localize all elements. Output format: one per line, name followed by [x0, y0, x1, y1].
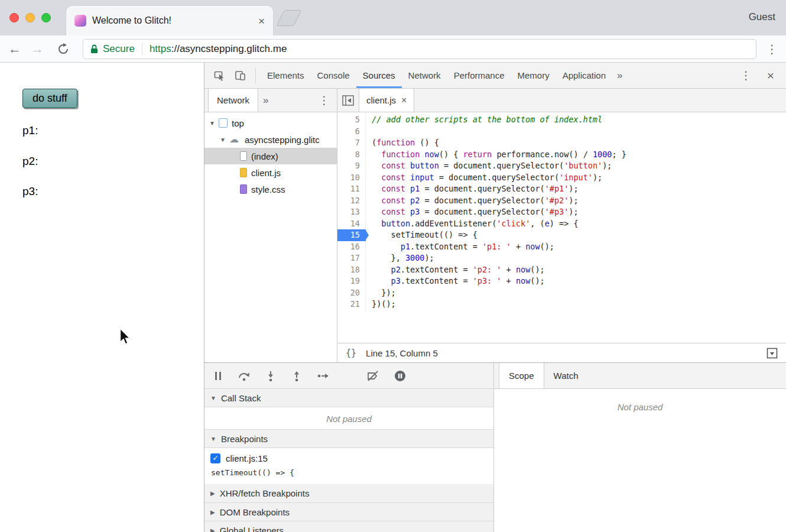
line-number[interactable]: 10	[337, 172, 366, 184]
browser-tab[interactable]: Welcome to Glitch! ×	[66, 6, 273, 35]
devtools-tab-application[interactable]: Application	[556, 63, 612, 88]
disclosure-triangle-icon[interactable]: ▼	[209, 120, 219, 126]
line-number[interactable]: 21	[337, 299, 366, 310]
do-stuff-button[interactable]: do stuff	[22, 89, 77, 108]
code-text[interactable]: });	[366, 287, 396, 299]
tab-network[interactable]: Network	[208, 89, 258, 112]
section-global-listeners[interactable]: ▶Global Listeners	[204, 521, 493, 532]
browser-menu-icon[interactable]: ⋮	[766, 42, 778, 56]
navigator-menu-icon[interactable]: ⋮	[319, 93, 337, 107]
zoom-window-button[interactable]	[41, 13, 51, 22]
editor-pane: client.js × 5// add other scripts at the…	[337, 89, 786, 362]
code-text[interactable]: const p3 = document.querySelector('#p3')…	[366, 206, 579, 218]
section-title: XHR/fetch Breakpoints	[220, 488, 310, 498]
line-number[interactable]: 13	[337, 206, 366, 218]
tab-close-icon[interactable]: ×	[258, 15, 265, 27]
line-number[interactable]: 9	[337, 160, 366, 172]
step-icon[interactable]	[317, 370, 330, 382]
code-text[interactable]: function now() { return performance.now(…	[366, 149, 626, 161]
code-editor[interactable]: 5// add other scripts at the bottom of i…	[337, 112, 786, 343]
code-line-11: 11 const p1 = document.querySelector('#p…	[337, 183, 786, 195]
security-label: Secure	[103, 43, 135, 55]
disclosure-triangle-icon[interactable]: ▼	[220, 137, 229, 143]
paragraph-p3: p3:	[22, 185, 38, 198]
breakpoint-entry[interactable]: ✓ client.js:15	[204, 448, 493, 468]
code-text[interactable]: p3.textContent = 'p3: ' + now();	[366, 275, 545, 287]
devtools-tab-network[interactable]: Network	[402, 63, 447, 88]
back-icon[interactable]: ←	[8, 43, 21, 56]
line-number[interactable]: 5	[337, 114, 366, 126]
code-text[interactable]: (function () {	[366, 137, 439, 149]
code-text[interactable]: const p1 = document.querySelector('#p1')…	[366, 183, 579, 195]
devtools-menu-icon[interactable]: ⋮	[740, 69, 752, 82]
breakpoint-marker[interactable]: 15	[337, 229, 366, 241]
code-text[interactable]: button.addEventListener('click', (e) => …	[366, 218, 579, 230]
line-number[interactable]: 7	[337, 137, 366, 149]
section-call-stack[interactable]: ▼ Call Stack	[204, 388, 493, 407]
tree-item-top[interactable]: ▼top	[204, 115, 337, 131]
mouse-cursor	[119, 328, 131, 348]
line-number[interactable]: 17	[337, 252, 366, 264]
line-number[interactable]: 6	[337, 126, 366, 138]
tree-item-style-css[interactable]: style.css	[204, 181, 337, 197]
code-text[interactable]: setTimeout(() => {	[366, 229, 478, 241]
hide-navigator-icon[interactable]	[337, 95, 359, 106]
tree-item-label: style.css	[251, 184, 285, 194]
inspect-element-icon[interactable]	[209, 69, 230, 82]
new-tab-button[interactable]	[276, 10, 301, 26]
expand-icon[interactable]	[766, 348, 778, 359]
code-line-8: 8 function now() { return performance.no…	[337, 149, 786, 161]
section-dom-breakpoints[interactable]: ▶DOM Breakpoints	[204, 502, 493, 521]
line-number[interactable]: 20	[337, 287, 366, 299]
line-number[interactable]: 11	[337, 183, 366, 195]
devtools-close-icon[interactable]: ×	[767, 69, 774, 82]
devtools-tab-sources[interactable]: Sources	[356, 63, 402, 88]
line-number[interactable]: 19	[337, 275, 366, 287]
step-into-icon[interactable]	[265, 370, 277, 382]
code-text[interactable]: // add other scripts at the bottom of in…	[366, 114, 602, 126]
line-number[interactable]: 8	[337, 149, 366, 161]
code-text[interactable]: })();	[366, 299, 396, 310]
close-window-button[interactable]	[9, 13, 19, 22]
editor-tab-close-icon[interactable]: ×	[401, 96, 407, 105]
minimize-window-button[interactable]	[25, 13, 35, 22]
breakpoint-code-preview[interactable]: setTimeout(() => {	[204, 468, 493, 484]
checkbox-checked-icon[interactable]: ✓	[210, 453, 220, 463]
code-text[interactable]: const p2 = document.querySelector('#p2')…	[366, 195, 579, 207]
device-toolbar-icon[interactable]	[230, 69, 251, 82]
pause-icon[interactable]	[213, 370, 223, 382]
pause-on-exceptions-icon[interactable]	[394, 369, 407, 382]
code-text[interactable]: }, 3000);	[366, 252, 434, 264]
devtools-tab-console[interactable]: Console	[311, 63, 356, 88]
tree-item--index-[interactable]: (index)	[204, 148, 337, 164]
line-number[interactable]: 16	[337, 241, 366, 253]
reload-icon[interactable]	[53, 43, 73, 55]
devtools-tab-elements[interactable]: Elements	[261, 63, 311, 88]
tree-item-asyncstepping-glitc[interactable]: ▼☁asyncstepping.glitc	[204, 131, 337, 148]
code-text[interactable]	[366, 126, 372, 138]
more-tabs-icon[interactable]: »	[612, 70, 627, 82]
tab-watch[interactable]: Watch	[544, 371, 588, 381]
devtools-tab-performance[interactable]: Performance	[447, 63, 511, 88]
forward-icon[interactable]: →	[31, 43, 44, 56]
section-xhr-fetch-breakpoints[interactable]: ▶XHR/fetch Breakpoints	[204, 484, 493, 503]
address-bar[interactable]: Secure https://asyncstepping.glitch.me	[83, 39, 756, 59]
line-number[interactable]: 12	[337, 195, 366, 207]
line-number[interactable]: 14	[337, 218, 366, 230]
step-out-icon[interactable]	[291, 370, 303, 382]
code-text[interactable]: const input = document.querySelector('in…	[366, 172, 602, 184]
line-number[interactable]: 18	[337, 264, 366, 276]
code-text[interactable]: const button = document.querySelector('b…	[366, 160, 612, 172]
navigator-more-tabs-icon[interactable]: »	[258, 95, 273, 106]
code-text[interactable]: p1.textContent = 'p1: ' + now();	[366, 241, 554, 253]
pretty-print-icon[interactable]: {}	[346, 348, 356, 358]
tree-item-client-js[interactable]: client.js	[204, 164, 337, 181]
devtools-tab-memory[interactable]: Memory	[511, 63, 556, 88]
step-over-icon[interactable]	[238, 370, 251, 382]
deactivate-breakpoints-icon[interactable]	[366, 370, 379, 382]
editor-tab-label: client.js	[366, 95, 396, 105]
tab-scope[interactable]: Scope	[499, 363, 544, 388]
editor-tab-clientjs[interactable]: client.js ×	[359, 89, 414, 112]
code-text[interactable]: p2.textContent = 'p2: ' + now();	[366, 264, 545, 276]
section-breakpoints[interactable]: ▼ Breakpoints	[204, 429, 493, 448]
